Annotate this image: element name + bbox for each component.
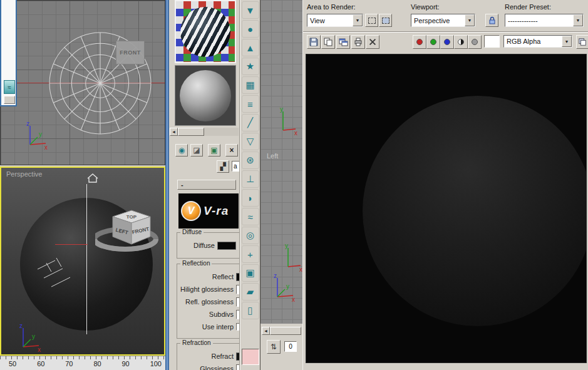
- edit-region-button[interactable]: [365, 14, 378, 27]
- axis-tripod-icon: z x y: [19, 118, 48, 150]
- cone-icon[interactable]: ▲: [242, 39, 259, 56]
- scroll-left-button[interactable]: ◄: [262, 327, 270, 335]
- material-sample-slot-active[interactable]: [175, 0, 236, 63]
- material-sample-slot[interactable]: [175, 65, 236, 126]
- background-color-swatch[interactable]: [484, 35, 500, 48]
- clone-window-button[interactable]: [336, 35, 350, 49]
- shirt-icon[interactable]: ▼: [242, 1, 259, 19]
- viewport-select[interactable]: Perspective ▼: [411, 14, 475, 27]
- timeline-tick-label: 70: [65, 360, 73, 367]
- svg-text:y: y: [39, 131, 42, 138]
- gear-icon[interactable]: ⊛: [242, 152, 259, 169]
- reset-material-button[interactable]: ×: [225, 144, 238, 157]
- cube-top-label: TOP: [126, 214, 137, 220]
- checker-icon[interactable]: ▦: [242, 76, 259, 94]
- green-channel-button[interactable]: [426, 35, 440, 49]
- viewport-label[interactable]: Left: [267, 152, 278, 160]
- viewcube-front-face[interactable]: FRONT: [116, 41, 145, 64]
- lock-viewport-button[interactable]: [485, 14, 498, 27]
- viewport-front[interactable]: FRONT z x y: [0, 0, 165, 165]
- viewport-perspective[interactable]: Perspective TOP LEFT FRONT: [0, 167, 165, 356]
- clear-button[interactable]: [366, 35, 379, 49]
- get-material-button[interactable]: ◉: [175, 144, 188, 157]
- use-interp-label: Use interp: [202, 323, 234, 331]
- auto-region-button[interactable]: [379, 14, 392, 27]
- viewport-label[interactable]: Perspective: [6, 170, 42, 178]
- copy-image-button[interactable]: [321, 35, 335, 49]
- chevron-down-icon[interactable]: ▼: [465, 14, 475, 26]
- red-channel-button[interactable]: [413, 35, 426, 49]
- monochrome-button[interactable]: [454, 35, 468, 49]
- channel-display-select[interactable]: RGB Alpha ▼: [503, 35, 572, 48]
- coil-icon[interactable]: ≡: [242, 95, 259, 113]
- material-editor-panel: ◄ ◉ ◪ ▣ × ▞ - V V-ra Diffu: [169, 0, 240, 370]
- show-map-button[interactable]: ▣: [208, 144, 220, 157]
- background-window-edge: ≈: [0, 0, 17, 106]
- waves-icon[interactable]: ≈: [242, 208, 259, 225]
- print-image-button[interactable]: [351, 35, 365, 49]
- diffuse-color-swatch[interactable]: [217, 242, 236, 250]
- panel-edge: ◄ ⇅ 0: [260, 323, 302, 370]
- clamp-icon[interactable]: ⊥: [242, 170, 259, 188]
- svg-text:x: x: [38, 346, 41, 352]
- pick-material-button[interactable]: ▞: [217, 160, 229, 173]
- track-bar[interactable]: 50 60 70 80 90 100: [0, 356, 167, 370]
- leaf-icon[interactable]: ◗: [242, 189, 259, 207]
- ruler-icon[interactable]: ▯: [242, 302, 259, 319]
- brush-icon[interactable]: ▰: [242, 283, 259, 301]
- timeline-tick-label: 100: [150, 360, 162, 367]
- chevron-down-icon[interactable]: ▼: [353, 14, 363, 26]
- pencil-icon[interactable]: ╱: [242, 114, 259, 131]
- blue-channel-icon: [444, 39, 450, 45]
- timeline-tick-label: 90: [122, 360, 130, 367]
- svg-text:z: z: [274, 272, 277, 279]
- panel-button[interactable]: [4, 96, 15, 104]
- assign-material-button[interactable]: ◪: [190, 144, 203, 157]
- render-preset-select[interactable]: ------------- ▼: [505, 14, 584, 27]
- chevron-down-icon[interactable]: ▼: [573, 14, 583, 26]
- funnel-icon[interactable]: ▽: [242, 133, 259, 150]
- gizmo-red-segment: [55, 244, 88, 245]
- layers-button[interactable]: [576, 35, 588, 49]
- grid-marks: [34, 250, 90, 292]
- scrollbar-thumb[interactable]: [178, 128, 204, 136]
- alpha-channel-button[interactable]: [468, 35, 482, 49]
- scrollbar-thumb[interactable]: [270, 327, 301, 335]
- pan-arrows-icon: ⇅: [271, 342, 277, 351]
- arrow-left-icon: ◄: [172, 130, 176, 134]
- svg-text:x: x: [294, 130, 297, 135]
- collapse-button[interactable]: ≈: [4, 80, 15, 94]
- striped-material-sphere: [180, 7, 230, 57]
- glossiness-label: Glossiness: [200, 365, 234, 370]
- swirl-icon[interactable]: ◎: [242, 227, 259, 244]
- render-canvas[interactable]: [306, 54, 587, 363]
- blue-channel-button[interactable]: [440, 35, 454, 49]
- rollout-header[interactable]: -: [177, 180, 236, 190]
- timeline-tick-label: 60: [37, 360, 44, 367]
- sphere-icon[interactable]: ●: [242, 20, 259, 38]
- horizontal-scrollbar[interactable]: ◄: [262, 327, 301, 335]
- svg-text:y: y: [32, 333, 35, 340]
- group-title: Reflection: [180, 260, 212, 267]
- material-name-input[interactable]: [232, 161, 240, 172]
- chevron-down-icon[interactable]: ▼: [562, 36, 572, 47]
- star-icon[interactable]: ★: [242, 58, 259, 75]
- sample-slots-scrollbar[interactable]: ◄: [170, 128, 239, 136]
- scroll-left-button[interactable]: ◄: [170, 128, 178, 136]
- alpha-channel-icon: [472, 39, 478, 45]
- left-viewport-sliver[interactable]: y x Left y x z x y ◄ ⇅: [260, 0, 302, 370]
- save-image-button[interactable]: [307, 35, 321, 49]
- viewport-dropdown-label: Viewport:: [411, 3, 440, 11]
- group-title: Diffuse: [180, 229, 204, 235]
- home-icon[interactable]: [86, 173, 99, 183]
- box-icon[interactable]: ▣: [242, 264, 259, 282]
- hilight-glossiness-label: Hilight glossiness: [180, 285, 234, 293]
- svg-text:x: x: [44, 144, 48, 150]
- pan-zoom-button[interactable]: ⇅: [267, 340, 281, 354]
- rendered-sphere: [363, 96, 587, 326]
- area-to-render-select[interactable]: View ▼: [307, 14, 363, 27]
- frame-spinner[interactable]: 0: [284, 341, 297, 352]
- rotation-cube-gizmo[interactable]: TOP LEFT FRONT: [95, 198, 165, 258]
- figure-icon[interactable]: +: [242, 245, 259, 263]
- refraction-group: Refraction Refract Glossiness: [177, 343, 240, 370]
